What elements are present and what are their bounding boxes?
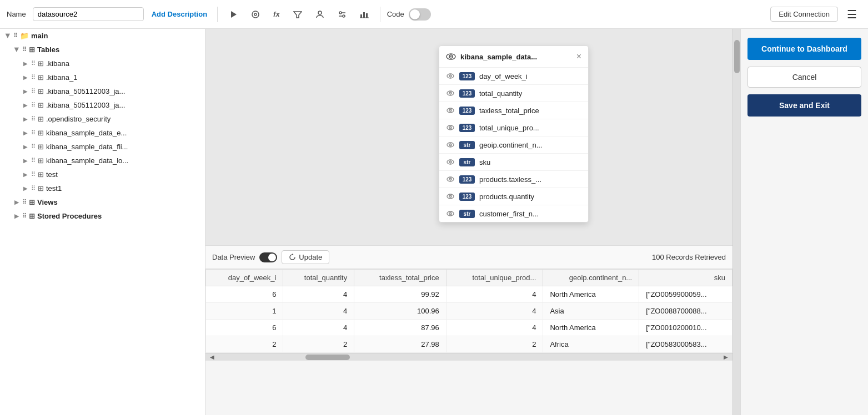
sidebar-item-kibana1[interactable]: ▶ ⠿ ⊞ .kibana_1 [0, 70, 205, 84]
tree-arrow-kibana505a[interactable]: ▶ [22, 88, 29, 94]
svg-point-39 [450, 196, 451, 197]
table-icon-kibana1: ⊞ [38, 73, 44, 82]
table-row: 6487.964North America["ZO0010200010... [206, 320, 732, 336]
popup-header: kibana_sample_data... × [439, 46, 588, 68]
tree-arrow-views[interactable]: ▶ [13, 199, 20, 205]
svg-point-18 [450, 75, 451, 77]
svg-rect-11 [366, 13, 368, 18]
col-header-3[interactable]: total_unique_prod... [446, 270, 543, 286]
svg-marker-3 [294, 12, 302, 18]
canvas-area[interactable]: kibana_sample_data... × 123 day_of_week_… [205, 29, 732, 245]
sidebar-item-logs[interactable]: ▶ ⠿ ⊞ kibana_sample_data_lo... [0, 154, 205, 168]
svg-point-4 [318, 11, 322, 14]
tree-arrow-kibana1[interactable]: ▶ [22, 74, 29, 80]
table-cell: 4 [446, 286, 543, 303]
table-cell: 27.98 [354, 336, 446, 353]
settings-sliders-button[interactable] [333, 8, 351, 21]
sidebar-item-kibana505b[interactable]: ▶ ⠿ ⊞ .kibana_505112003_ja... [0, 98, 205, 112]
update-button[interactable]: Update [282, 250, 329, 264]
sidebar-item-views[interactable]: ▶ ⠿ ⊞ Views [0, 195, 205, 209]
table-cell: 100.96 [354, 303, 446, 320]
type-badge-8: str [459, 210, 475, 218]
tree-dots-7: ⠿ [31, 115, 36, 123]
tree-dots-6: ⠿ [31, 102, 36, 109]
col-header-2[interactable]: taxless_total_price [354, 270, 446, 286]
edit-connection-button[interactable]: Edit Connection [770, 7, 838, 22]
preview-label: Data Preview [212, 253, 255, 261]
svg-point-8 [343, 15, 345, 17]
sidebar-item-main[interactable]: ▶ ⠿ 📁 main [0, 29, 205, 43]
save-and-exit-button[interactable]: Save and Exit [747, 94, 861, 117]
tree-arrow-kibana[interactable]: ▶ [22, 60, 29, 67]
sidebar-item-test1[interactable]: ▶ ⠿ ⊞ test1 [0, 181, 205, 195]
sidebar-item-flights[interactable]: ▶ ⠿ ⊞ kibana_sample_data_fli... [0, 140, 205, 154]
chart-button[interactable] [355, 8, 373, 21]
sidebar-item-ecommerce[interactable]: ▶ ⠿ ⊞ kibana_sample_data_e... [0, 126, 205, 140]
tree-arrow-flights[interactable]: ▶ [22, 144, 29, 150]
tree-arrow-test[interactable]: ▶ [22, 171, 29, 178]
col-header-1[interactable]: total_quantity [283, 270, 354, 286]
table-cell: 2 [446, 336, 543, 353]
v-scrollbar[interactable] [732, 29, 740, 415]
code-toggle[interactable] [409, 8, 431, 21]
tree-arrow-stored[interactable]: ▶ [13, 213, 20, 219]
tree-dots-10: ⠿ [31, 157, 36, 164]
records-count: 100 Records Retrieved [652, 253, 726, 261]
tree-arrow-kibana505b[interactable]: ▶ [22, 102, 29, 108]
type-badge-0: 123 [459, 72, 475, 80]
scroll-right-arrow[interactable]: ▶ [721, 354, 730, 360]
table-cell: 4 [446, 320, 543, 336]
popup-close-button[interactable]: × [576, 52, 581, 62]
tree-dots-12: ⠿ [31, 185, 36, 192]
field-row-1: 123 total_quantity [439, 85, 588, 102]
table-icon-kibana505b: ⊞ [38, 101, 44, 109]
sidebar-item-opendistro[interactable]: ▶ ⠿ ⊞ .opendistro_security [0, 112, 205, 126]
sidebar-item-stored-procedures[interactable]: ▶ ⠿ ⊞ Stored Procedures [0, 209, 205, 223]
datasource-name-input[interactable] [33, 7, 144, 21]
formula-button[interactable]: fx [269, 8, 284, 21]
preview-bar: Data Preview Update 100 Records Retrieve… [205, 245, 732, 269]
toolbar: Name Add Description fx [0, 0, 868, 29]
sidebar-item-kibana[interactable]: ▶ ⠿ ⊞ .kibana [0, 57, 205, 70]
tree-arrow-main[interactable]: ▶ [5, 33, 11, 39]
h-scrollbar[interactable]: ◀ ▶ [205, 353, 732, 361]
v-scrollbar-thumb[interactable] [734, 40, 740, 73]
tree-arrow-logs[interactable]: ▶ [22, 158, 29, 164]
preview-button[interactable] [247, 8, 264, 21]
table-cell: 4 [283, 320, 354, 336]
tree-arrow-test1[interactable]: ▶ [22, 185, 29, 191]
field-row-6: 123 products.taxless_... [439, 171, 588, 188]
col-header-4[interactable]: geoip.continent_n... [543, 270, 639, 286]
col-header-5[interactable]: sku [639, 270, 732, 286]
ecommerce-label: kibana_sample_data_e... [46, 129, 127, 137]
menu-button[interactable]: ☰ [842, 6, 861, 23]
tree-dots-13: ⠿ [22, 199, 27, 206]
user-button[interactable] [311, 8, 329, 21]
folder-icon: 📁 [20, 32, 29, 40]
tree-arrow-tables[interactable]: ▶ [14, 47, 20, 53]
field-popup: kibana_sample_data... × 123 day_of_week_… [439, 45, 589, 222]
run-button[interactable] [224, 8, 242, 21]
kibana-label: .kibana [46, 59, 69, 68]
add-description-button[interactable]: Add Description [148, 8, 210, 21]
h-scrollbar-thumb[interactable] [305, 355, 350, 360]
preview-toggle[interactable] [259, 252, 277, 262]
table-row: 2227.982Africa["ZO0583000583... [206, 336, 732, 353]
sidebar-item-tables[interactable]: ▶ ⠿ ⊞ Tables [0, 43, 205, 57]
kibana1-label: .kibana_1 [46, 73, 77, 82]
stored-procedures-label: Stored Procedures [37, 212, 102, 220]
main-layout: ▶ ⠿ 📁 main ▶ ⠿ ⊞ Tables ▶ ⠿ ⊞ .kibana ▶ … [0, 29, 868, 415]
sidebar-item-test[interactable]: ▶ ⠿ ⊞ test [0, 168, 205, 181]
cancel-button[interactable]: Cancel [747, 67, 861, 88]
continue-to-dashboard-button[interactable]: Continue to Dashboard [747, 38, 861, 60]
svg-marker-0 [231, 11, 237, 18]
tree-arrow-ecommerce[interactable]: ▶ [22, 130, 29, 136]
tree-arrow-opendistro[interactable]: ▶ [22, 116, 29, 122]
tree-dots-8: ⠿ [31, 129, 36, 136]
col-header-0[interactable]: day_of_week_i [206, 270, 283, 286]
filter-button[interactable] [289, 8, 307, 21]
scroll-left-arrow[interactable]: ◀ [208, 354, 217, 360]
data-table-wrap[interactable]: day_of_week_i total_quantity taxless_tot… [205, 269, 732, 353]
sidebar-item-kibana505a[interactable]: ▶ ⠿ ⊞ .kibana_505112003_ja... [0, 84, 205, 98]
main-label: main [31, 32, 48, 40]
